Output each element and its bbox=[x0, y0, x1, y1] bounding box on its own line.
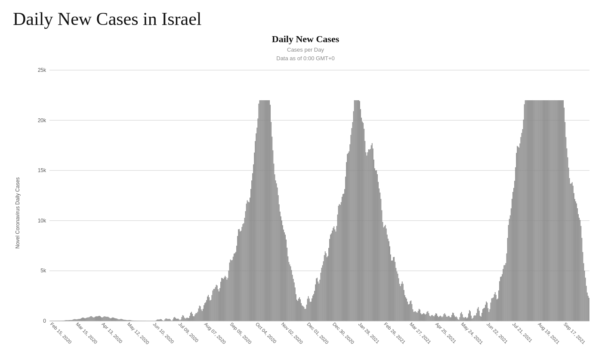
svg-rect-144 bbox=[178, 318, 179, 321]
svg-rect-465 bbox=[462, 314, 463, 321]
svg-rect-387 bbox=[393, 257, 394, 321]
svg-rect-90 bbox=[120, 319, 121, 321]
svg-rect-310 bbox=[325, 251, 326, 321]
svg-rect-69 bbox=[102, 318, 102, 321]
svg-rect-289 bbox=[306, 305, 307, 321]
svg-rect-592 bbox=[574, 199, 575, 321]
svg-rect-535 bbox=[524, 104, 525, 321]
svg-rect-41 bbox=[77, 319, 78, 321]
svg-rect-319 bbox=[333, 228, 333, 321]
svg-rect-230 bbox=[254, 153, 255, 321]
svg-rect-478 bbox=[473, 316, 474, 321]
svg-rect-141 bbox=[175, 318, 176, 321]
svg-rect-412 bbox=[415, 311, 416, 321]
svg-rect-422 bbox=[424, 314, 425, 321]
svg-rect-598 bbox=[580, 220, 580, 321]
svg-rect-88 bbox=[118, 319, 119, 321]
svg-rect-308 bbox=[323, 261, 324, 321]
svg-rect-541 bbox=[529, 100, 530, 321]
svg-rect-293 bbox=[310, 302, 311, 321]
svg-rect-198 bbox=[225, 277, 226, 321]
svg-rect-129 bbox=[164, 319, 165, 321]
svg-rect-576 bbox=[560, 100, 561, 321]
svg-rect-92 bbox=[122, 319, 123, 321]
svg-rect-460 bbox=[457, 319, 458, 321]
svg-rect-182 bbox=[212, 295, 213, 321]
svg-rect-272 bbox=[291, 270, 292, 321]
svg-rect-389 bbox=[395, 262, 395, 321]
svg-rect-546 bbox=[534, 100, 534, 321]
svg-rect-259 bbox=[280, 212, 281, 321]
svg-rect-163 bbox=[194, 315, 195, 321]
svg-text:15k: 15k bbox=[38, 167, 46, 173]
svg-rect-351 bbox=[361, 117, 362, 321]
svg-rect-596 bbox=[578, 214, 579, 321]
svg-rect-51 bbox=[86, 318, 86, 321]
chart-area: Novel Coronavirus Daily Cases 05k10k15k2… bbox=[13, 66, 598, 360]
svg-rect-328 bbox=[341, 202, 342, 321]
svg-rect-432 bbox=[433, 316, 434, 321]
chart-title: Daily New Cases bbox=[272, 34, 339, 45]
svg-rect-359 bbox=[368, 149, 369, 321]
svg-rect-398 bbox=[403, 284, 404, 321]
svg-rect-578 bbox=[562, 100, 563, 321]
svg-rect-481 bbox=[476, 313, 477, 321]
svg-rect-600 bbox=[581, 238, 582, 321]
svg-rect-87 bbox=[117, 319, 118, 321]
svg-rect-234 bbox=[257, 118, 258, 321]
svg-rect-311 bbox=[326, 253, 327, 321]
svg-rect-517 bbox=[508, 225, 509, 321]
svg-rect-275 bbox=[294, 282, 295, 321]
svg-rect-67 bbox=[100, 316, 101, 321]
svg-rect-161 bbox=[193, 316, 194, 321]
svg-rect-145 bbox=[179, 319, 179, 321]
svg-rect-440 bbox=[440, 316, 441, 321]
svg-rect-365 bbox=[373, 160, 374, 321]
svg-rect-270 bbox=[290, 265, 290, 321]
svg-rect-462 bbox=[460, 317, 460, 321]
svg-rect-168 bbox=[199, 305, 200, 321]
svg-rect-553 bbox=[540, 100, 541, 321]
svg-rect-207 bbox=[234, 254, 235, 321]
svg-rect-499 bbox=[492, 298, 493, 321]
svg-rect-86 bbox=[117, 319, 117, 321]
svg-rect-551 bbox=[538, 100, 539, 321]
svg-rect-190 bbox=[219, 291, 219, 321]
svg-rect-156 bbox=[188, 318, 189, 321]
svg-rect-72 bbox=[105, 316, 105, 321]
svg-rect-157 bbox=[189, 316, 190, 321]
svg-rect-426 bbox=[428, 311, 429, 321]
svg-rect-151 bbox=[184, 318, 185, 321]
svg-rect-448 bbox=[447, 317, 448, 321]
svg-rect-318 bbox=[332, 231, 333, 321]
svg-rect-60 bbox=[94, 318, 95, 321]
svg-rect-167 bbox=[198, 308, 199, 321]
svg-rect-131 bbox=[167, 318, 167, 321]
svg-rect-493 bbox=[487, 302, 488, 321]
svg-rect-542 bbox=[530, 100, 531, 321]
svg-rect-486 bbox=[481, 317, 481, 321]
svg-rect-348 bbox=[358, 100, 359, 321]
svg-rect-368 bbox=[376, 170, 377, 321]
svg-rect-502 bbox=[495, 292, 496, 321]
svg-rect-536 bbox=[525, 100, 526, 321]
svg-rect-469 bbox=[466, 317, 466, 321]
svg-rect-376 bbox=[383, 227, 384, 321]
svg-rect-385 bbox=[391, 261, 392, 321]
svg-rect-443 bbox=[442, 316, 443, 321]
svg-rect-296 bbox=[312, 296, 313, 321]
svg-rect-358 bbox=[367, 152, 368, 321]
svg-rect-150 bbox=[183, 316, 184, 321]
svg-rect-181 bbox=[210, 300, 211, 321]
svg-text:5k: 5k bbox=[40, 268, 46, 274]
svg-rect-223 bbox=[248, 202, 249, 321]
svg-rect-490 bbox=[484, 308, 485, 321]
svg-rect-189 bbox=[218, 289, 219, 321]
svg-rect-89 bbox=[120, 319, 120, 321]
svg-rect-456 bbox=[454, 315, 455, 321]
svg-rect-504 bbox=[497, 299, 497, 321]
svg-rect-341 bbox=[352, 122, 353, 321]
svg-rect-154 bbox=[187, 318, 188, 321]
svg-rect-316 bbox=[330, 234, 331, 321]
svg-rect-305 bbox=[321, 273, 321, 321]
